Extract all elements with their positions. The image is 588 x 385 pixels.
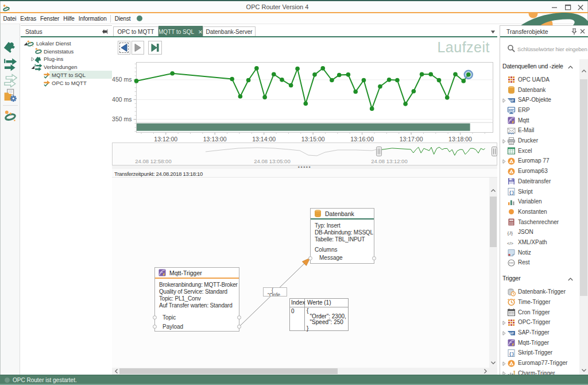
transfer-object-skript[interactable]: {}Skript	[500, 187, 579, 197]
transfer-object-skript-trigger[interactable]: {}Skript-Trigger	[500, 348, 579, 359]
connection-icon	[43, 71, 51, 79]
transfer-object-mqtt[interactable]: Mqtt	[500, 116, 579, 126]
output-port-payload[interactable]	[237, 325, 241, 329]
output-port-topic[interactable]	[237, 315, 241, 319]
transfer-object-taschenrechner[interactable]: Taschenrechner	[500, 217, 579, 228]
diagram-node-datenbank[interactable]: Datenbank Typ: InsertDB-Anbindung: MSSQL…	[310, 208, 374, 264]
panel-vertical-scrollbar[interactable]	[579, 59, 588, 375]
menu-hilfe[interactable]: Hilfe	[61, 14, 77, 23]
transfer-object-euromap-77[interactable]: Euromap 77	[500, 156, 579, 167]
search-placeholder: Schlüsselwörter hier eingeben	[517, 46, 587, 52]
go-to-latest-button[interactable]	[148, 41, 162, 55]
scroll-down-arrow[interactable]	[489, 359, 497, 366]
diagram-node-mqtt-trigger[interactable]: Mqtt-Trigger Brokeranbindung: MQTT-Broke…	[154, 267, 239, 332]
input-port[interactable]	[153, 315, 157, 319]
transfer-object-e-mail[interactable]: E-Mail	[500, 126, 579, 136]
tab-label: OPC to MQTT	[118, 29, 154, 35]
transfer-object-sap-trigger[interactable]: SAPSAP-Trigger	[500, 328, 579, 338]
connections-outline-icon[interactable]	[3, 74, 17, 87]
chart-range-selector[interactable]: 24.08 12:58:0024.08 13:05:0024.08 13:12:…	[112, 143, 497, 165]
transfer-object-json[interactable]: {J}JSON	[500, 228, 579, 238]
collapse-chevron-icon[interactable]	[568, 66, 573, 69]
tree-item-mqtt-to-sql[interactable]: MQTT to SQL	[21, 71, 112, 79]
transfer-object-label: Variablen	[518, 198, 542, 205]
scroll-right-arrow[interactable]	[482, 368, 489, 375]
close-button[interactable]	[575, 2, 586, 13]
close-panel-icon[interactable]	[580, 29, 585, 34]
tree-item-label: MQTT to SQL	[52, 72, 86, 78]
diagram-vertical-scrollbar-thumb[interactable]	[490, 197, 497, 247]
transfer-object-time-trigger[interactable]: Time-Trigger	[500, 297, 579, 307]
transfer-object-variablen[interactable]: Variablen	[500, 197, 579, 207]
scroll-down-arrow[interactable]	[579, 367, 588, 374]
transfer-object-datenbank[interactable]: Datenbank	[500, 85, 579, 95]
transfer-object-euromap63[interactable]: Euromap63	[500, 167, 579, 177]
menu-fenster[interactable]: Fenster	[38, 14, 61, 23]
minimize-button[interactable]	[549, 2, 560, 13]
menu-datei[interactable]: Datei	[1, 14, 18, 23]
expander-collapsed-icon[interactable]	[502, 139, 506, 144]
tab-datenbank-server[interactable]: Datenbank-Server	[203, 26, 256, 37]
node-header: Mqtt-Trigger	[155, 268, 239, 279]
input-port[interactable]	[153, 325, 157, 329]
expander-collapsed-icon[interactable]	[502, 159, 506, 164]
scroll-up-arrow[interactable]	[579, 67, 588, 74]
transfer-object-datenbank-trigger[interactable]: Datenbank-Trigger	[500, 287, 579, 298]
transfer-object-erp[interactable]: ERPERP	[500, 105, 579, 116]
expander-collapsed-icon[interactable]	[502, 98, 506, 103]
transfer-object-konstanten[interactable]: Konstanten	[500, 207, 579, 217]
scroll-up-arrow[interactable]	[489, 187, 497, 194]
transfer-object-dateitransfer[interactable]: Dateitransfer	[500, 176, 579, 187]
transfer-object-notiz[interactable]: Notiz	[500, 248, 579, 258]
svg-text:13:17:00: 13:17:00	[400, 136, 423, 143]
pin-icon[interactable]	[102, 29, 108, 34]
tree-item-plug-ins[interactable]: Plug-ins	[21, 55, 112, 63]
transfer-object-mqtt-trigger[interactable]: Mqtt-Trigger	[500, 338, 579, 348]
transfer-object-cron-trigger[interactable]: Cron Trigger	[500, 307, 579, 318]
menu-information[interactable]: Information	[76, 14, 109, 23]
tab-overflow-dropdown-icon[interactable]	[490, 29, 496, 34]
tab-mqtt-to-sql[interactable]: MQTT to SQL✕	[158, 26, 203, 37]
section-header-datenquellen[interactable]: Datenquellen und -ziele	[502, 63, 563, 72]
transfer-object-charm-trigger[interactable]: Charm-Trigger	[500, 368, 579, 375]
connections-icon[interactable]	[3, 57, 17, 71]
transfer-object-xml-xpath[interactable]: </>XML/XPath	[500, 238, 579, 248]
transfer-object-opc-trigger[interactable]: OPC-Trigger	[500, 318, 579, 328]
menu-dienst[interactable]: Dienst	[113, 14, 133, 23]
collapse-chevron-icon[interactable]	[568, 278, 573, 281]
plugins-icon[interactable]	[3, 39, 17, 53]
transfer-object-rest[interactable]: Rest	[500, 258, 579, 268]
diagram-horizontal-scrollbar-thumb[interactable]	[119, 368, 338, 374]
scroll-left-arrow[interactable]	[113, 368, 119, 375]
tree-item-dienststatus[interactable]: Dienststatus	[21, 47, 112, 55]
output-port-message[interactable]	[372, 256, 376, 260]
menu-extras[interactable]: Extras	[18, 14, 38, 23]
expander-collapsed-icon[interactable]	[502, 331, 506, 336]
tree-item-opc-to-mqtt[interactable]: OPC to MQTT	[21, 79, 112, 87]
service-config-icon[interactable]	[3, 88, 17, 102]
expander-collapsed-icon[interactable]	[502, 321, 506, 325]
range-handle-left[interactable]	[377, 147, 382, 156]
step-forward-button[interactable]	[131, 41, 144, 55]
transfer-object-euromap77-trigger[interactable]: Euromap77-Trigger	[500, 359, 579, 369]
tab-close-icon[interactable]: ✕	[198, 29, 203, 35]
transfer-object-sap-objekte[interactable]: SAPSAP-Objekte	[500, 95, 579, 106]
expander-collapsed-icon[interactable]	[502, 361, 506, 366]
transfer-object-drucker[interactable]: Drucker	[500, 136, 579, 147]
input-port-message[interactable]	[308, 256, 312, 260]
connection-diagram-canvas[interactable]: Mqtt-Trigger Brokeranbindung: MQTT-Broke…	[112, 178, 497, 368]
tree-item-lokaler-dienst[interactable]: Lokaler Dienst	[21, 40, 112, 48]
transfer-object-excel[interactable]: Excel	[500, 146, 579, 156]
transfer-object-label: XML/XPath	[518, 239, 547, 245]
maximize-button[interactable]	[562, 2, 574, 13]
transfer-object-opc-ua-da[interactable]: OPC UA/DA	[500, 75, 579, 85]
section-header-trigger[interactable]: Trigger	[502, 275, 520, 284]
range-handle-right[interactable]	[492, 147, 497, 156]
search-box[interactable]: Schlüsselwörter hier eingeben	[500, 38, 588, 59]
pin-icon[interactable]	[571, 28, 577, 35]
tab-opc-to-mqtt[interactable]: OPC to MQTT	[113, 26, 158, 37]
step-back-button[interactable]	[118, 41, 130, 55]
opc-router-logo-icon[interactable]	[3, 109, 17, 123]
panel-scrollbar-thumb[interactable]	[580, 79, 587, 296]
tree-item-verbindungen[interactable]: Verbindungen	[21, 63, 112, 71]
